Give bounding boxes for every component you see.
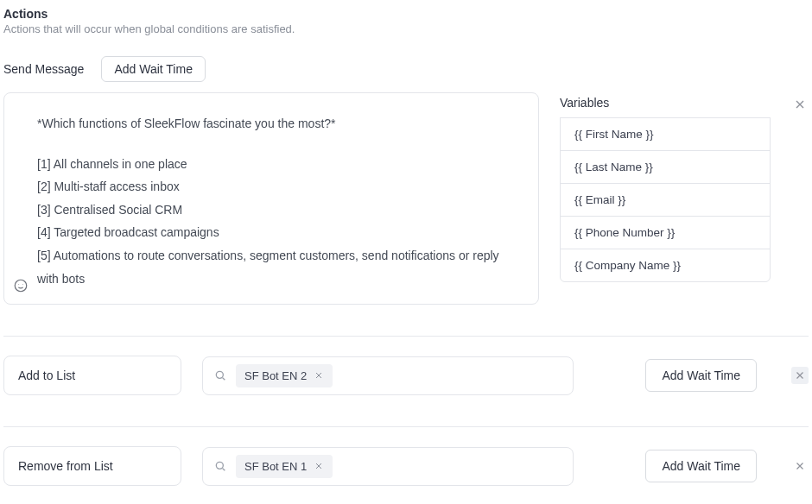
close-icon[interactable] [791, 96, 809, 113]
editor-line: [2] Multi-staff access inbox [37, 175, 523, 198]
editor-line: *Which functions of SleekFlow fascinate … [37, 112, 523, 135]
message-editor[interactable]: *Which functions of SleekFlow fascinate … [3, 92, 539, 305]
search-icon [213, 369, 227, 382]
selected-list-chip: SF Bot EN 2 [236, 364, 333, 387]
tab-send-message[interactable]: Send Message [3, 57, 84, 81]
editor-line: [4] Targeted broadcast campaigns [37, 221, 523, 244]
editor-line: [3] Centralised Social CRM [37, 198, 523, 222]
selected-list-chip: SF Bot EN 1 [236, 455, 333, 478]
chip-remove-icon[interactable] [314, 461, 324, 471]
svg-point-3 [216, 371, 223, 378]
add-wait-time-button[interactable]: Add Wait Time [645, 450, 757, 482]
variables-title: Variables [560, 96, 771, 110]
chip-label: SF Bot EN 1 [244, 460, 307, 473]
svg-point-2 [22, 284, 23, 285]
action-label-add-to-list[interactable]: Add to List [3, 356, 181, 395]
chip-remove-icon[interactable] [314, 370, 324, 381]
emoji-picker-icon[interactable] [13, 278, 29, 293]
add-wait-time-button[interactable]: Add Wait Time [101, 56, 206, 82]
variable-company-name[interactable]: {{ Company Name }} [560, 249, 771, 282]
variable-last-name[interactable]: {{ Last Name }} [560, 150, 771, 184]
list-select-input[interactable]: SF Bot EN 1 [202, 447, 574, 486]
action-label-remove-from-list[interactable]: Remove from List [3, 446, 181, 486]
section-title: Actions [3, 7, 809, 21]
editor-line: [1] All channels in one place [37, 153, 523, 176]
svg-point-1 [18, 284, 19, 285]
section-subtitle: Actions that will occur when global cond… [3, 22, 809, 35]
search-icon [213, 459, 227, 473]
add-wait-time-button[interactable]: Add Wait Time [645, 359, 757, 392]
remove-action-icon[interactable] [791, 457, 809, 475]
editor-blank-line [37, 135, 523, 153]
svg-point-0 [15, 280, 27, 292]
variable-first-name[interactable]: {{ First Name }} [560, 117, 771, 151]
editor-line: [5] Automations to route conversations, … [37, 244, 523, 290]
divider [3, 426, 809, 427]
list-select-input[interactable]: SF Bot EN 2 [202, 356, 574, 395]
divider [3, 336, 809, 337]
remove-action-icon[interactable] [791, 367, 809, 384]
variable-email[interactable]: {{ Email }} [560, 183, 771, 217]
svg-point-4 [216, 462, 223, 469]
chip-label: SF Bot EN 2 [244, 369, 307, 382]
variable-phone-number[interactable]: {{ Phone Number }} [560, 216, 771, 249]
